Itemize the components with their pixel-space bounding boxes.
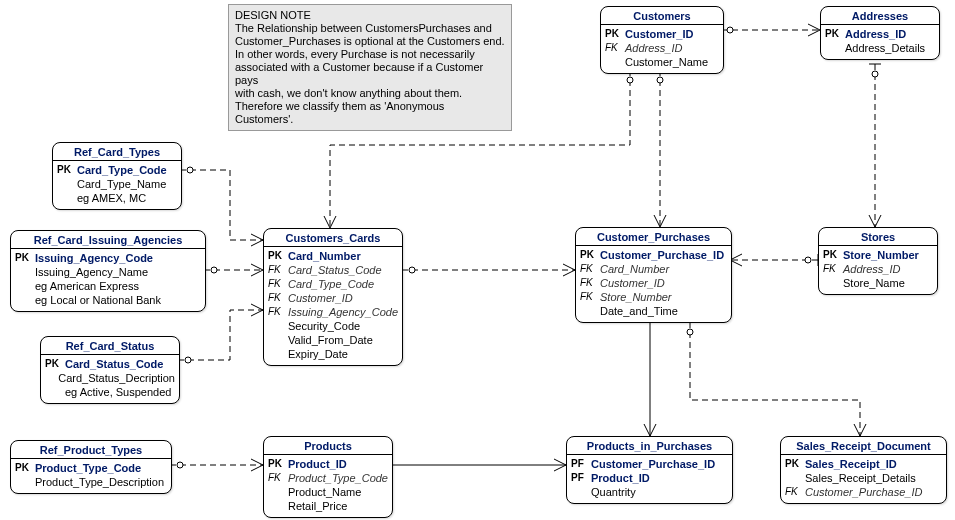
entity-customers: Customers PKCustomer_ID FKAddress_ID Cus…: [600, 6, 724, 74]
entity-customers-cards: Customers_Cards PKCard_Number FKCard_Sta…: [263, 228, 403, 366]
svg-line-10: [330, 216, 336, 228]
entity-title: Customers_Cards: [264, 229, 402, 247]
svg-line-30: [563, 270, 575, 276]
svg-point-7: [657, 77, 663, 83]
svg-line-6: [660, 215, 666, 227]
entity-sales-receipt-document: Sales_Receipt_Document PKSales_Receipt_I…: [780, 436, 947, 504]
svg-line-29: [563, 264, 575, 270]
svg-line-5: [654, 215, 660, 227]
svg-line-1: [808, 24, 820, 30]
svg-line-41: [860, 424, 866, 436]
entity-customer-purchases: Customer_Purchases PKCustomer_Purchase_I…: [575, 227, 732, 323]
design-note: DESIGN NOTE The Relationship between Cus…: [228, 4, 512, 131]
svg-line-26: [251, 310, 263, 316]
svg-point-31: [409, 267, 415, 273]
entity-title: Customer_Purchases: [576, 228, 731, 246]
entity-title: Ref_Card_Status: [41, 337, 179, 355]
svg-point-23: [211, 267, 217, 273]
svg-line-48: [554, 459, 566, 465]
svg-line-14: [875, 215, 881, 227]
svg-line-18: [251, 240, 263, 246]
svg-line-38: [650, 424, 656, 436]
entity-title: Products_in_Purchases: [567, 437, 732, 455]
svg-line-17: [251, 234, 263, 240]
entity-title: Products: [264, 437, 392, 455]
entity-title: Ref_Card_Issuing_Agencies: [11, 231, 205, 249]
svg-line-44: [251, 459, 263, 465]
entity-stores: Stores PKStore_Number FKAddress_ID Store…: [818, 227, 938, 295]
svg-line-37: [644, 424, 650, 436]
svg-point-42: [687, 329, 693, 335]
entity-title: Ref_Product_Types: [11, 441, 171, 459]
svg-point-11: [627, 77, 633, 83]
entity-addresses: Addresses PKAddress_ID Address_Details: [820, 6, 940, 60]
svg-line-49: [554, 465, 566, 471]
entity-title: Addresses: [821, 7, 939, 25]
entity-ref-card-status: Ref_Card_Status PKCard_Status_Code Card_…: [40, 336, 180, 404]
note-title: DESIGN NOTE: [235, 9, 505, 22]
svg-point-3: [727, 27, 733, 33]
entity-ref-card-types: Ref_Card_Types PKCard_Type_Code Card_Typ…: [52, 142, 182, 210]
entity-title: Customers: [601, 7, 723, 25]
entity-products-in-purchases: Products_in_Purchases PFCustomer_Purchas…: [566, 436, 733, 504]
svg-line-2: [808, 30, 820, 36]
entity-title: Ref_Card_Types: [53, 143, 181, 161]
entity-products: Products PKProduct_ID FKProduct_Type_Cod…: [263, 436, 393, 518]
svg-point-15: [872, 71, 878, 77]
svg-line-9: [324, 216, 330, 228]
svg-point-27: [185, 357, 191, 363]
svg-line-25: [251, 304, 263, 310]
entity-ref-product-types: Ref_Product_Types PKProduct_Type_Code Pr…: [10, 440, 172, 494]
svg-line-40: [854, 424, 860, 436]
svg-line-13: [869, 215, 875, 227]
svg-line-21: [251, 264, 263, 270]
svg-point-19: [187, 167, 193, 173]
entity-ref-card-issuing-agencies: Ref_Card_Issuing_Agencies PKIssuing_Agen…: [10, 230, 206, 312]
entity-title: Sales_Receipt_Document: [781, 437, 946, 455]
svg-line-45: [251, 465, 263, 471]
svg-line-22: [251, 270, 263, 276]
svg-point-46: [177, 462, 183, 468]
svg-point-35: [805, 257, 811, 263]
entity-title: Stores: [819, 228, 937, 246]
